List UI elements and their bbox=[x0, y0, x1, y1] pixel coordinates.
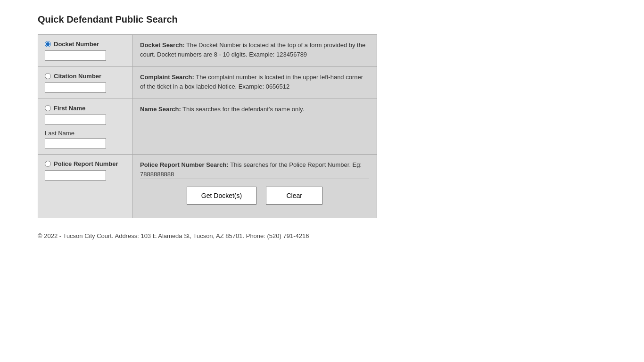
docket-label-text: Docket Number bbox=[54, 41, 99, 48]
citation-help-title: Complaint Search: bbox=[140, 74, 194, 81]
last-name-input[interactable] bbox=[45, 138, 106, 148]
citation-radio-label[interactable]: Citation Number bbox=[45, 73, 125, 80]
page-title: Quick Defendant Public Search bbox=[38, 14, 606, 25]
citation-number-input[interactable] bbox=[45, 82, 106, 93]
last-name-label: Last Name bbox=[45, 130, 125, 137]
docket-left-panel: Docket Number bbox=[38, 35, 132, 66]
name-radio[interactable] bbox=[45, 105, 51, 111]
police-radio-label[interactable]: Police Report Number bbox=[45, 160, 125, 167]
citation-radio[interactable] bbox=[45, 73, 51, 79]
footer: © 2022 - Tucson City Court. Address: 103… bbox=[38, 232, 606, 239]
button-area: Get Docket(s) Clear bbox=[140, 179, 369, 212]
police-right-panel: Police Report Number Search: This search… bbox=[132, 155, 377, 218]
police-radio[interactable] bbox=[45, 161, 51, 167]
citation-left-panel: Citation Number bbox=[38, 67, 132, 99]
citation-help-text: Complaint Search: The complaint number i… bbox=[140, 74, 363, 90]
citation-label-text: Citation Number bbox=[54, 73, 101, 80]
page-wrapper: Quick Defendant Public Search Docket Num… bbox=[0, 0, 644, 254]
name-label-text: First Name bbox=[54, 105, 85, 112]
citation-right-panel: Complaint Search: The complaint number i… bbox=[132, 67, 377, 99]
police-help-title: Police Report Number Search: bbox=[140, 161, 229, 168]
get-dockets-button[interactable]: Get Docket(s) bbox=[187, 187, 256, 205]
footer-text: © 2022 - Tucson City Court. Address: 103… bbox=[38, 232, 309, 239]
name-help-title: Name Search: bbox=[140, 106, 181, 113]
police-label-text: Police Report Number bbox=[54, 160, 118, 167]
police-row: Police Report Number Police Report Numbe… bbox=[38, 155, 377, 218]
docket-radio[interactable] bbox=[45, 41, 51, 47]
name-help-body: This searches for the defendant's name o… bbox=[182, 106, 304, 113]
clear-button[interactable]: Clear bbox=[266, 187, 322, 205]
docket-help-title: Docket Search: bbox=[140, 41, 185, 49]
citation-row: Citation Number Complaint Search: The co… bbox=[38, 67, 377, 99]
name-radio-label[interactable]: First Name bbox=[45, 105, 125, 112]
name-row: First Name Last Name Name Search: This s… bbox=[38, 99, 377, 155]
docket-radio-label[interactable]: Docket Number bbox=[45, 41, 125, 48]
police-left-panel: Police Report Number bbox=[38, 155, 132, 218]
police-help-text: Police Report Number Search: This search… bbox=[140, 161, 362, 178]
docket-number-input[interactable] bbox=[45, 50, 106, 61]
search-container: Docket Number Docket Search: The Docket … bbox=[38, 34, 377, 218]
docket-row: Docket Number Docket Search: The Docket … bbox=[38, 35, 377, 67]
docket-help-text: Docket Search: The Docket Number is loca… bbox=[140, 41, 365, 58]
first-name-input[interactable] bbox=[45, 115, 106, 125]
name-right-panel: Name Search: This searches for the defen… bbox=[132, 99, 377, 154]
police-report-input[interactable] bbox=[45, 170, 106, 181]
name-left-panel: First Name Last Name bbox=[38, 99, 132, 154]
name-help-text: Name Search: This searches for the defen… bbox=[140, 106, 304, 113]
docket-right-panel: Docket Search: The Docket Number is loca… bbox=[132, 35, 377, 66]
